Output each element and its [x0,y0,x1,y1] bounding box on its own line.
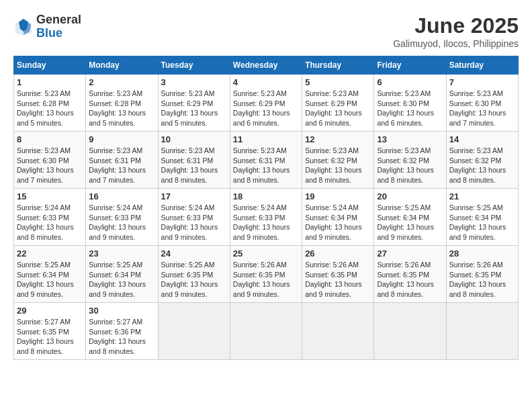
day-info: Sunrise: 5:25 AMSunset: 6:35 PMDaylight:… [161,260,227,300]
day-number: 4 [233,77,299,87]
day-number: 23 [89,248,154,259]
day-number: 13 [377,134,443,144]
calendar-cell: 7Sunrise: 5:23 AMSunset: 6:30 PMDaylight… [446,75,518,132]
day-info: Sunrise: 5:26 AMSunset: 6:35 PMDaylight:… [305,260,371,300]
calendar-cell: 18Sunrise: 5:24 AMSunset: 6:33 PMDayligh… [230,189,302,246]
calendar-cell: 8Sunrise: 5:23 AMSunset: 6:30 PMDaylight… [14,132,86,189]
day-info: Sunrise: 5:23 AMSunset: 6:32 PMDaylight:… [449,146,515,185]
day-number: 16 [89,191,154,201]
calendar-cell: 9Sunrise: 5:23 AMSunset: 6:31 PMDaylight… [86,132,158,189]
column-header-thursday: Thursday [302,56,374,75]
calendar-cell [302,303,374,360]
calendar-cell: 22Sunrise: 5:25 AMSunset: 6:34 PMDayligh… [14,246,86,303]
day-info: Sunrise: 5:23 AMSunset: 6:31 PMDaylight:… [161,146,227,185]
calendar-cell: 15Sunrise: 5:24 AMSunset: 6:33 PMDayligh… [14,189,86,246]
day-info: Sunrise: 5:26 AMSunset: 6:35 PMDaylight:… [449,260,515,300]
column-header-tuesday: Tuesday [158,56,230,75]
calendar-cell [374,303,446,360]
calendar-cell: 27Sunrise: 5:26 AMSunset: 6:35 PMDayligh… [374,246,446,303]
logo-blue: Blue [36,27,81,40]
day-info: Sunrise: 5:26 AMSunset: 6:35 PMDaylight:… [377,260,443,300]
calendar-cell: 14Sunrise: 5:23 AMSunset: 6:32 PMDayligh… [446,132,518,189]
day-info: Sunrise: 5:23 AMSunset: 6:28 PMDaylight:… [89,89,154,128]
day-info: Sunrise: 5:23 AMSunset: 6:31 PMDaylight:… [233,146,299,185]
month-title: June 2025 [393,13,519,38]
calendar-cell: 16Sunrise: 5:24 AMSunset: 6:33 PMDayligh… [86,189,158,246]
calendar-cell: 29Sunrise: 5:27 AMSunset: 6:35 PMDayligh… [14,303,86,360]
column-header-saturday: Saturday [446,56,518,75]
day-info: Sunrise: 5:23 AMSunset: 6:32 PMDaylight:… [377,146,443,185]
day-info: Sunrise: 5:23 AMSunset: 6:30 PMDaylight:… [17,146,83,185]
calendar-cell: 10Sunrise: 5:23 AMSunset: 6:31 PMDayligh… [158,132,230,189]
calendar-week-2: 8Sunrise: 5:23 AMSunset: 6:30 PMDaylight… [14,132,519,189]
calendar-week-4: 22Sunrise: 5:25 AMSunset: 6:34 PMDayligh… [14,246,519,303]
day-number: 8 [17,134,83,144]
day-number: 28 [449,248,515,259]
day-info: Sunrise: 5:24 AMSunset: 6:33 PMDaylight:… [161,203,227,242]
day-info: Sunrise: 5:27 AMSunset: 6:36 PMDaylight:… [89,317,154,357]
day-number: 14 [449,134,515,144]
day-info: Sunrise: 5:27 AMSunset: 6:35 PMDaylight:… [17,317,83,357]
day-info: Sunrise: 5:23 AMSunset: 6:29 PMDaylight:… [233,89,299,128]
day-number: 24 [161,248,227,259]
day-number: 6 [377,77,443,87]
location: Galimuyod, Ilocos, Philippines [393,38,519,49]
calendar-cell: 6Sunrise: 5:23 AMSunset: 6:30 PMDaylight… [374,75,446,132]
day-number: 15 [17,191,83,201]
calendar-cell: 5Sunrise: 5:23 AMSunset: 6:29 PMDaylight… [302,75,374,132]
day-number: 26 [305,248,371,259]
title-block: June 2025 Galimuyod, Ilocos, Philippines [393,13,519,49]
day-number: 5 [305,77,371,87]
day-info: Sunrise: 5:24 AMSunset: 6:34 PMDaylight:… [305,203,371,242]
day-info: Sunrise: 5:25 AMSunset: 6:34 PMDaylight:… [89,260,154,300]
calendar-table: SundayMondayTuesdayWednesdayThursdayFrid… [13,56,519,360]
page-header: General Blue June 2025 Galimuyod, Ilocos… [13,13,519,49]
calendar-week-5: 29Sunrise: 5:27 AMSunset: 6:35 PMDayligh… [14,303,519,360]
day-number: 30 [89,306,154,316]
day-info: Sunrise: 5:26 AMSunset: 6:35 PMDaylight:… [233,260,299,300]
day-info: Sunrise: 5:24 AMSunset: 6:33 PMDaylight:… [89,203,154,242]
calendar-cell: 2Sunrise: 5:23 AMSunset: 6:28 PMDaylight… [86,75,158,132]
calendar-cell: 19Sunrise: 5:24 AMSunset: 6:34 PMDayligh… [302,189,374,246]
day-number: 11 [233,134,299,144]
calendar-cell: 4Sunrise: 5:23 AMSunset: 6:29 PMDaylight… [230,75,302,132]
day-info: Sunrise: 5:23 AMSunset: 6:28 PMDaylight:… [17,89,83,128]
calendar-cell: 28Sunrise: 5:26 AMSunset: 6:35 PMDayligh… [446,246,518,303]
day-number: 2 [89,77,154,87]
day-number: 20 [377,191,443,201]
day-info: Sunrise: 5:23 AMSunset: 6:29 PMDaylight:… [305,89,371,128]
day-info: Sunrise: 5:23 AMSunset: 6:30 PMDaylight:… [377,89,443,128]
day-number: 21 [449,191,515,201]
calendar-header-row: SundayMondayTuesdayWednesdayThursdayFrid… [14,56,519,75]
day-info: Sunrise: 5:24 AMSunset: 6:33 PMDaylight:… [17,203,83,242]
day-info: Sunrise: 5:25 AMSunset: 6:34 PMDaylight:… [17,260,83,300]
calendar-cell: 11Sunrise: 5:23 AMSunset: 6:31 PMDayligh… [230,132,302,189]
day-info: Sunrise: 5:23 AMSunset: 6:31 PMDaylight:… [89,146,154,185]
logo-general: General [36,13,81,27]
day-number: 1 [17,77,83,87]
logo-text: General Blue [36,13,81,40]
day-number: 25 [233,248,299,259]
day-info: Sunrise: 5:24 AMSunset: 6:33 PMDaylight:… [233,203,299,242]
calendar-cell: 12Sunrise: 5:23 AMSunset: 6:32 PMDayligh… [302,132,374,189]
day-info: Sunrise: 5:25 AMSunset: 6:34 PMDaylight:… [449,203,515,242]
calendar-cell: 1Sunrise: 5:23 AMSunset: 6:28 PMDaylight… [14,75,86,132]
logo-icon [13,17,34,37]
calendar-cell: 26Sunrise: 5:26 AMSunset: 6:35 PMDayligh… [302,246,374,303]
day-number: 22 [17,248,83,259]
calendar-week-1: 1Sunrise: 5:23 AMSunset: 6:28 PMDaylight… [14,75,519,132]
day-number: 18 [233,191,299,201]
day-number: 10 [161,134,227,144]
column-header-monday: Monday [86,56,158,75]
calendar-cell [230,303,302,360]
day-number: 27 [377,248,443,259]
calendar-cell: 20Sunrise: 5:25 AMSunset: 6:34 PMDayligh… [374,189,446,246]
calendar-cell: 3Sunrise: 5:23 AMSunset: 6:29 PMDaylight… [158,75,230,132]
day-info: Sunrise: 5:23 AMSunset: 6:30 PMDaylight:… [449,89,515,128]
column-header-sunday: Sunday [14,56,86,75]
day-number: 9 [89,134,154,144]
day-number: 29 [17,306,83,316]
calendar-cell: 30Sunrise: 5:27 AMSunset: 6:36 PMDayligh… [86,303,158,360]
calendar-cell: 17Sunrise: 5:24 AMSunset: 6:33 PMDayligh… [158,189,230,246]
calendar-cell: 23Sunrise: 5:25 AMSunset: 6:34 PMDayligh… [86,246,158,303]
